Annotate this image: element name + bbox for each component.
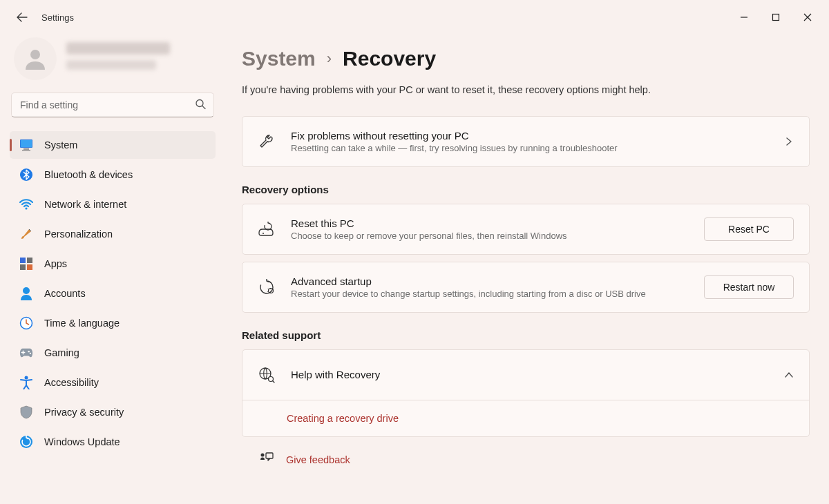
back-arrow-icon: [17, 12, 28, 23]
svg-point-1: [30, 50, 40, 59]
chevron-up-icon: [784, 370, 794, 380]
breadcrumb-current: Recovery: [343, 47, 436, 70]
card-title: Reset this PC: [291, 217, 689, 229]
svg-point-15: [28, 351, 29, 352]
nav-label: System: [44, 139, 77, 151]
window-title: Settings: [41, 12, 74, 23]
shield-icon: [19, 405, 33, 419]
nav-item-gaming[interactable]: Gaming: [10, 339, 216, 367]
maximize-button[interactable]: [760, 3, 792, 31]
reset-pc-icon: [258, 220, 276, 238]
restart-now-button[interactable]: Restart now: [704, 275, 794, 299]
feedback-icon: [260, 452, 274, 467]
card-reset-pc: Reset this PC Choose to keep or remove y…: [242, 204, 810, 255]
chevron-right-icon: [784, 137, 794, 146]
page-intro: If you're having problems with your PC o…: [242, 84, 810, 95]
update-icon: [19, 435, 33, 449]
nav-label: Network & internet: [44, 199, 126, 210]
apps-icon: [19, 257, 33, 271]
svg-rect-9: [20, 258, 26, 263]
svg-point-8: [25, 207, 27, 209]
search-input[interactable]: [11, 93, 214, 117]
nav-list: System Bluetooth & devices Network & int…: [10, 131, 216, 458]
nav-label: Gaming: [44, 347, 79, 358]
search-icon: [195, 99, 206, 112]
accounts-icon: [19, 287, 33, 300]
nav-item-bluetooth[interactable]: Bluetooth & devices: [10, 161, 216, 188]
card-title: Help with Recovery: [291, 369, 769, 380]
svg-point-19: [263, 233, 264, 234]
minimize-icon: [740, 13, 748, 21]
nav-item-update[interactable]: Windows Update: [10, 428, 216, 456]
svg-point-13: [23, 287, 30, 294]
breadcrumb: System › Recovery: [242, 47, 810, 70]
svg-point-23: [261, 454, 265, 457]
nav-label: Personalization: [44, 229, 113, 240]
svg-rect-10: [27, 258, 32, 263]
svg-point-17: [25, 376, 28, 380]
reset-pc-button[interactable]: Reset PC: [704, 217, 794, 241]
nav-item-accessibility[interactable]: Accessibility: [10, 369, 216, 396]
titlebar: Settings: [0, 0, 829, 35]
clock-icon: [19, 316, 33, 330]
card-fix-problems[interactable]: Fix problems without resetting your PC R…: [242, 116, 810, 167]
nav-label: Accounts: [44, 288, 86, 299]
give-feedback-link[interactable]: Give feedback: [286, 454, 350, 465]
nav-item-accounts[interactable]: Accounts: [10, 280, 216, 307]
svg-rect-11: [20, 264, 26, 270]
nav-label: Time & language: [44, 318, 120, 329]
system-icon: [19, 138, 33, 152]
creating-recovery-drive-link[interactable]: Creating a recovery drive: [287, 413, 399, 424]
nav-item-time[interactable]: Time & language: [10, 309, 216, 337]
search-field[interactable]: [11, 93, 214, 117]
svg-rect-4: [21, 140, 32, 147]
card-advanced-startup: Advanced startup Restart your device to …: [242, 262, 810, 313]
help-recovery-header[interactable]: Help with Recovery: [242, 350, 809, 400]
profile-name-redacted: [66, 42, 211, 75]
gaming-icon: [19, 346, 33, 360]
nav-label: Windows Update: [44, 436, 120, 447]
nav-label: Bluetooth & devices: [44, 169, 133, 180]
nav-label: Privacy & security: [44, 407, 124, 418]
card-help-recovery: Help with Recovery Creating a recovery d…: [242, 349, 810, 437]
wifi-icon: [19, 197, 33, 211]
svg-point-16: [30, 353, 31, 354]
section-related-support: Related support: [242, 329, 810, 341]
nav-item-privacy[interactable]: Privacy & security: [10, 398, 216, 426]
card-desc: Restart your device to change startup se…: [291, 289, 689, 299]
nav-label: Accessibility: [44, 377, 99, 388]
svg-rect-0: [773, 14, 779, 21]
bluetooth-icon: [19, 168, 33, 182]
nav-item-apps[interactable]: Apps: [10, 250, 216, 278]
wrench-icon: [258, 133, 276, 151]
card-title: Advanced startup: [291, 275, 689, 287]
window-controls: [728, 3, 823, 31]
profile-block[interactable]: [14, 37, 211, 80]
svg-rect-24: [266, 453, 273, 458]
maximize-icon: [772, 13, 780, 21]
help-link-row: Creating a recovery drive: [242, 400, 809, 436]
back-button[interactable]: [12, 8, 32, 27]
nav-item-personalization[interactable]: Personalization: [10, 220, 216, 248]
avatar: [14, 37, 57, 80]
svg-point-2: [196, 100, 203, 107]
nav-label: Apps: [44, 258, 67, 269]
card-desc: Resetting can take a while — first, try …: [291, 143, 769, 153]
accessibility-icon: [19, 376, 33, 389]
content-area: System › Recovery If you're having probl…: [225, 35, 829, 504]
person-icon: [23, 46, 48, 71]
svg-rect-6: [22, 150, 30, 151]
svg-rect-5: [23, 148, 29, 150]
globe-search-icon: [258, 366, 276, 384]
minimize-button[interactable]: [728, 3, 760, 31]
section-recovery-options: Recovery options: [242, 184, 810, 195]
nav-item-system[interactable]: System: [10, 131, 216, 159]
advanced-startup-icon: [258, 278, 276, 296]
card-title: Fix problems without resetting your PC: [291, 130, 769, 142]
card-desc: Choose to keep or remove your personal f…: [291, 231, 689, 241]
give-feedback-row: Give feedback: [242, 444, 810, 467]
nav-item-network[interactable]: Network & internet: [10, 191, 216, 218]
close-button[interactable]: [792, 3, 823, 31]
breadcrumb-parent[interactable]: System: [242, 47, 316, 70]
svg-rect-12: [27, 264, 32, 270]
